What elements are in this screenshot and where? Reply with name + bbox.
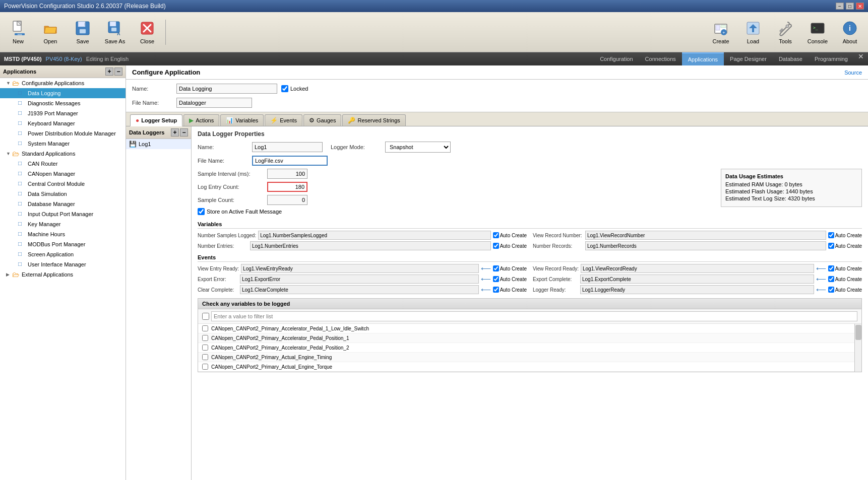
prop-logger-mode-select[interactable]: Snapshot Continuous Ring Buffer [385,142,451,153]
export-error-auto-create[interactable]: Auto Create [493,276,527,282]
sidebar-item-canopen-manager[interactable]: □ CANopen Manager [0,169,126,179]
standard-applications-group[interactable]: ▼ 🗁 Standard Applications [0,149,126,159]
var-checkbox[interactable] [202,354,208,360]
logger-ready-input[interactable] [580,285,814,294]
logger-remove-button[interactable]: − [180,128,188,136]
file-name-input[interactable] [176,98,252,108]
tab-variables[interactable]: 📊 Variables [220,114,264,126]
new-button[interactable]: new New [2,15,34,50]
export-error-input[interactable] [240,275,479,284]
load-button[interactable]: Load [737,15,769,50]
locked-checkbox-label[interactable]: Locked [281,85,308,92]
view-record-ready-input[interactable] [581,264,814,273]
external-applications-group[interactable]: ▶ 🗁 External Applications [0,269,126,280]
create-button[interactable]: + Create [705,15,737,50]
vars-filter-checkbox[interactable] [202,313,209,320]
logger-item-log1[interactable]: 💾 Log1 [126,139,191,149]
sidebar-item-keyboard-manager[interactable]: □ Keyboard Manager [0,118,126,128]
tab-page-designer[interactable]: Page Designer [724,52,773,65]
locked-checkbox[interactable] [281,85,288,92]
number-records-input[interactable] [585,241,826,250]
export-complete-input[interactable] [580,275,814,284]
view-entry-ready-link-icon[interactable]: ⟵ [481,264,491,272]
tab-connections[interactable]: Connections [639,52,682,65]
sidebar-item-diagnostic-messages[interactable]: □ Diagnostic Messages [0,98,126,108]
tab-programming[interactable]: Programming [809,52,854,65]
scrollbar-thumb[interactable] [855,325,861,340]
clear-complete-auto-create[interactable]: Auto Create [493,287,527,293]
prop-sample-count-input[interactable] [267,195,307,205]
view-record-ready-link-icon[interactable]: ⟵ [816,264,826,272]
vars-scrollable-list[interactable]: CANopen_CANPort2_Primary_Accelerator_Ped… [198,324,861,372]
export-complete-auto-create[interactable]: Auto Create [828,276,862,282]
tab-events[interactable]: ⚡ Events [265,114,302,126]
vars-filter-input[interactable] [211,311,857,321]
maximize-button[interactable]: □ [846,3,854,10]
clear-complete-input[interactable] [240,285,479,294]
close-window-button[interactable]: ✕ [856,3,864,10]
sidebar-item-screen-application[interactable]: □ Screen Application [0,249,126,259]
prop-log-entry-count-input[interactable] [267,182,307,192]
var-checkbox[interactable] [202,325,208,331]
export-error-link-icon[interactable]: ⟵ [481,275,491,283]
tab-reserved-strings[interactable]: 🔑 Reserved Strings [342,114,405,126]
num-samples-input[interactable] [258,231,490,240]
minimize-button[interactable]: − [836,3,844,10]
view-entry-ready-input[interactable] [241,264,479,273]
tools-button[interactable]: Tools [769,15,801,50]
source-link[interactable]: Source [844,70,862,76]
sidebar-item-power-distribution[interactable]: □ Power Distribution Module Manager [0,128,126,139]
prop-name-input[interactable] [252,142,323,152]
nav-close-button[interactable]: ✕ [858,52,864,65]
number-records-auto-create[interactable]: Auto Create [828,243,862,249]
tab-actions[interactable]: ▶ Actions [183,114,219,126]
view-record-number-auto-create[interactable]: Auto Create [828,232,862,238]
sidebar-remove-button[interactable]: − [114,67,122,76]
logger-ready-auto-create[interactable]: Auto Create [828,287,862,293]
sidebar-item-data-simulation[interactable]: □ Data Simulation [0,189,126,199]
var-checkbox[interactable] [202,335,208,341]
num-entries-auto-create[interactable]: Auto Create [493,243,527,249]
sidebar-item-j1939-port-manager[interactable]: □ J1939 Port Manager [0,108,126,118]
sidebar-item-modbus-port-manager[interactable]: □ MODBus Port Manager [0,239,126,249]
sidebar-item-system-manager[interactable]: □ System Manager [0,139,126,149]
logger-ready-link-icon[interactable]: ⟵ [816,286,826,294]
view-record-number-input[interactable] [585,231,826,240]
var-checkbox[interactable] [202,345,208,351]
var-checkbox[interactable] [202,364,208,370]
configurable-applications-group[interactable]: ▼ 🗁 Configurable Applications [0,78,126,88]
sidebar-item-io-port-manager[interactable]: □ Input Output Port Manager [0,209,126,219]
sidebar-item-ui-manager[interactable]: □ User Interface Manager [0,259,126,269]
close-button[interactable]: Close [131,15,163,50]
scrollbar[interactable] [854,324,861,372]
save-as-button[interactable]: A Save As [99,15,131,50]
save-button[interactable]: Save [67,15,99,50]
tab-configuration[interactable]: Configuration [594,52,639,65]
prop-sample-interval-input[interactable] [267,169,307,179]
about-button[interactable]: i About [834,15,866,50]
sidebar-item-can-router[interactable]: □ CAN Router [0,159,126,169]
sidebar-item-data-logging[interactable]: □ Data Logging [0,88,126,98]
prop-file-name-input[interactable] [252,156,328,166]
logger-add-button[interactable]: + [171,128,179,136]
sidebar-item-machine-hours[interactable]: □ Machine Hours [0,229,126,239]
sidebar-add-button[interactable]: + [105,67,113,76]
name-input[interactable] [176,84,277,94]
navbar-pv450[interactable]: PV450 (8-Key) [46,56,82,62]
view-entry-ready-auto-create[interactable]: Auto Create [493,265,527,271]
num-samples-auto-create[interactable]: Auto Create [493,232,527,238]
export-complete-link-icon[interactable]: ⟵ [816,275,826,283]
sidebar-item-database-manager[interactable]: □ Database Manager [0,199,126,209]
sidebar-item-key-manager[interactable]: □ Key Manager [0,219,126,229]
tab-gauges[interactable]: ⚙ Gauges [303,114,342,126]
num-entries-input[interactable] [250,241,491,250]
clear-complete-link-icon[interactable]: ⟵ [481,286,491,294]
sidebar-item-central-control[interactable]: □ Central Control Module [0,179,126,189]
view-record-ready-auto-create[interactable]: Auto Create [828,265,862,271]
tab-logger-setup[interactable]: ● Logger Setup [130,114,182,126]
tab-applications[interactable]: Applications [682,52,724,65]
store-fault-checkbox[interactable] [198,208,205,215]
tab-database[interactable]: Database [773,52,809,65]
console-button[interactable]: >_ Console [801,15,834,50]
open-button[interactable]: Open [34,15,67,50]
